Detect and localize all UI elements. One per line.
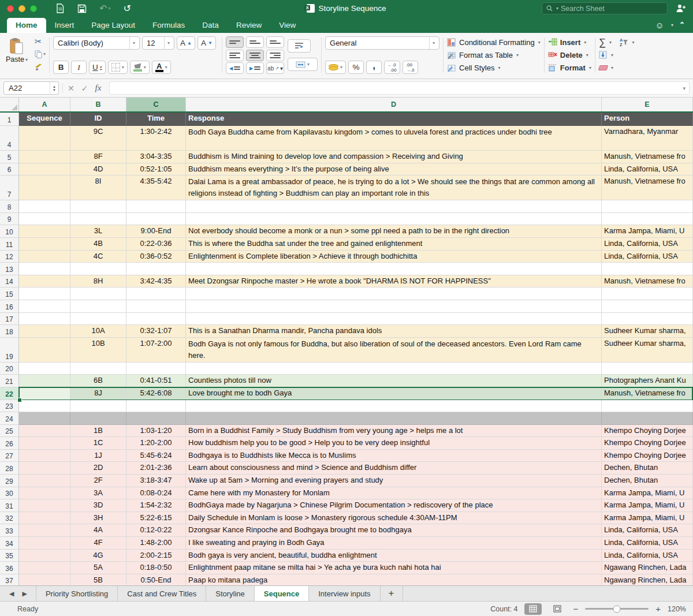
menu-tab-data[interactable]: Data <box>193 18 228 33</box>
text-orientation-button[interactable]: ab↗▾ <box>266 62 284 74</box>
row-header-4[interactable]: 4 <box>0 126 19 151</box>
borders-button[interactable]: ▾ <box>108 61 128 74</box>
fill-down-button[interactable]: ▾ <box>599 49 613 61</box>
cell-A18[interactable] <box>19 325 70 338</box>
cell-A30[interactable] <box>19 487 70 500</box>
cell-B34[interactable]: 4F <box>70 537 126 550</box>
cell-B7[interactable]: 8I <box>70 176 126 200</box>
cell-E13[interactable] <box>602 263 693 275</box>
sheet-tab-interview-inputs[interactable]: Interview inputs <box>308 586 380 601</box>
cell-B27[interactable]: 1J <box>70 450 126 462</box>
menu-tab-view[interactable]: View <box>270 18 304 33</box>
cell-E20[interactable] <box>602 363 693 375</box>
font-size-select[interactable]: 12▾ <box>142 36 174 50</box>
cell-D20[interactable] <box>186 363 602 375</box>
cell-C18[interactable]: 0:32-1:07 <box>126 325 186 338</box>
cell-D18[interactable]: This is a Sanathan Dharma mandir, Pancha… <box>186 325 602 338</box>
cell-C25[interactable]: 1:03-1:20 <box>126 425 186 438</box>
share-icon[interactable] <box>676 4 686 13</box>
cell-A32[interactable] <box>19 512 70 525</box>
cell-C10[interactable]: 9:00-End <box>126 225 186 238</box>
cell-D27[interactable]: Bodhgaya is to Buddhists like Mecca is t… <box>186 450 602 462</box>
format-cells-button[interactable]: Format▾ <box>548 62 591 74</box>
cell-C11[interactable]: 0:22-0:36 <box>126 238 186 251</box>
cell-C26[interactable]: 1:20-2:00 <box>126 437 186 450</box>
cell-B37[interactable]: 5B <box>70 574 126 585</box>
column-header-e[interactable]: E <box>602 98 693 111</box>
menu-tab-insert[interactable]: Insert <box>46 18 83 33</box>
cell-C29[interactable]: 3:18-3:47 <box>126 475 186 487</box>
zoom-window-button[interactable] <box>30 5 37 12</box>
cell-E29[interactable]: Dechen, Bhutan <box>602 475 693 487</box>
cell-D29[interactable]: Wake up at 5am > Morning and evening pra… <box>186 475 602 487</box>
page-layout-view-button[interactable] <box>549 603 566 615</box>
row-header-36[interactable]: 36 <box>0 562 19 574</box>
menu-tab-home[interactable]: Home <box>7 18 46 33</box>
row-header-37[interactable]: 37 <box>0 574 19 585</box>
cell-E1[interactable]: Person <box>602 113 693 126</box>
cell-A16[interactable] <box>19 300 70 313</box>
cell-E8[interactable] <box>602 200 693 213</box>
decrease-decimal-button[interactable]: .00→.0 <box>403 61 418 74</box>
align-right-button[interactable] <box>266 50 284 61</box>
cell-A6[interactable] <box>19 163 70 176</box>
cell-C8[interactable] <box>126 200 186 213</box>
cell-E5[interactable]: Manush, Vietnamese fro <box>602 151 693 163</box>
cell-B36[interactable]: 5A <box>70 562 126 574</box>
cell-C23[interactable] <box>126 400 186 413</box>
zoom-slider[interactable] <box>585 608 649 610</box>
cell-A14[interactable] <box>19 275 70 288</box>
cell-B14[interactable]: 8H <box>70 275 126 288</box>
cell-C16[interactable] <box>126 300 186 313</box>
cancel-formula-icon[interactable]: ✕ <box>68 84 74 93</box>
cell-E12[interactable]: Linda, California, USA <box>602 251 693 263</box>
name-box[interactable]: A22 ▲▼ <box>3 81 59 95</box>
cell-E27[interactable]: Khempo Choying Dorjee <box>602 450 693 462</box>
cell-B12[interactable]: 4C <box>70 251 126 263</box>
cell-E36[interactable]: Ngawang Rinchen, Lada <box>602 562 693 574</box>
cell-B31[interactable]: 3D <box>70 499 126 512</box>
menu-tab-formulas[interactable]: Formulas <box>144 18 193 33</box>
menu-tab-page-layout[interactable]: Page Layout <box>83 18 144 33</box>
cell-A5[interactable] <box>19 151 70 163</box>
cell-C19[interactable]: 1:07-2:00 <box>126 338 186 363</box>
add-sheet-button[interactable]: + <box>380 586 403 601</box>
row-header-15[interactable]: 15 <box>0 288 19 300</box>
cell-C27[interactable]: 5:45-6:24 <box>126 450 186 462</box>
row-header-19[interactable]: 19 <box>0 338 19 363</box>
cell-E35[interactable]: Linda, California, USA <box>602 550 693 562</box>
cell-D6[interactable]: Buddhism means everything > It’s the pur… <box>186 163 602 176</box>
cell-E16[interactable] <box>602 300 693 313</box>
cell-C33[interactable]: 0:12-0:22 <box>126 524 186 537</box>
cell-C4[interactable]: 1:30-2:42 <box>126 126 186 151</box>
cell-C28[interactable]: 2:01-2:36 <box>126 462 186 475</box>
cell-A29[interactable] <box>19 475 70 487</box>
cell-D10[interactable]: Not everbody should become a monk or a n… <box>186 225 602 238</box>
cell-E26[interactable]: Khempo Choying Dorjee <box>602 437 693 450</box>
feedback-smiley-icon[interactable]: ☺ <box>655 20 664 30</box>
cell-A28[interactable] <box>19 462 70 475</box>
row-header-35[interactable]: 35 <box>0 550 19 562</box>
cell-D12[interactable]: Enlightenment is Complete liberation > A… <box>186 251 602 263</box>
insert-cells-button[interactable]: Insert▾ <box>548 36 591 48</box>
cell-C20[interactable] <box>126 363 186 375</box>
row-header-7[interactable]: 7 <box>0 176 19 200</box>
cell-B1[interactable]: ID <box>70 113 126 126</box>
cell-B21[interactable]: 6B <box>70 375 126 387</box>
cell-C34[interactable]: 1:48-2:00 <box>126 537 186 550</box>
cell-D35[interactable]: Bodh gaya is very ancient, beautiful, bu… <box>186 550 602 562</box>
cell-E6[interactable]: Linda, California, USA <box>602 163 693 176</box>
row-header-13[interactable]: 13 <box>0 263 19 275</box>
cell-B32[interactable]: 3H <box>70 512 126 525</box>
cell-E37[interactable]: Ngawang Rinchen, Lada <box>602 574 693 585</box>
row-header-33[interactable]: 33 <box>0 524 19 537</box>
bold-button[interactable]: B <box>53 61 69 74</box>
cell-A20[interactable] <box>19 363 70 375</box>
cell-E23[interactable] <box>602 400 693 413</box>
cell-B19[interactable]: 10B <box>70 338 126 363</box>
cell-E11[interactable]: Linda, California, USA <box>602 238 693 251</box>
autosum-button[interactable]: ∑▾ <box>599 36 612 48</box>
row-header-20[interactable]: 20 <box>0 363 19 375</box>
cell-D32[interactable]: Daily Schedule in Monlam is loose > Mona… <box>186 512 602 525</box>
cell-A23[interactable] <box>19 400 70 413</box>
